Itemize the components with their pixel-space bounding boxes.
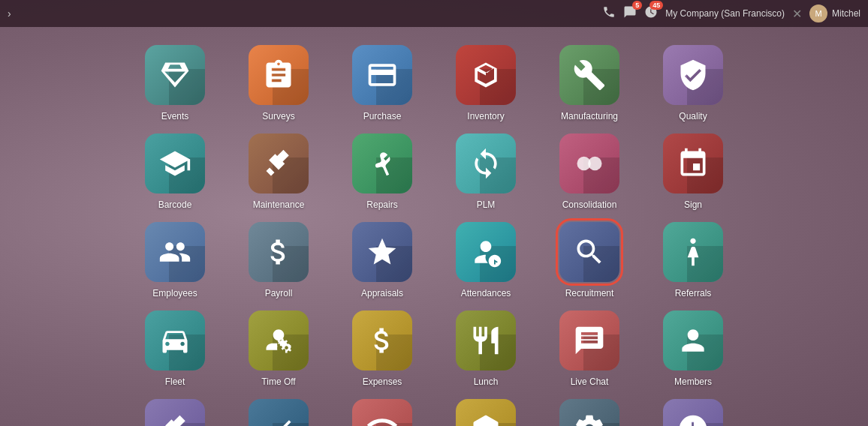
app-icon-inventory (456, 45, 516, 105)
app-icon-employees (145, 222, 205, 282)
app-label-inventory: Inventory (467, 111, 504, 122)
app-item-unknown3[interactable] (333, 396, 431, 426)
app-grid: EventsSurveysPurchaseInventoryManufactur… (45, 42, 823, 426)
clock-badge: 45 (649, 1, 663, 10)
topbar-right: 5 45 My Company (San Francisco) ✕ M Mitc… (602, 4, 860, 22)
app-label-maintenance: Maintenance (253, 200, 305, 210)
chat-badge: 5 (632, 1, 642, 10)
chat-icon[interactable]: 5 (623, 5, 637, 22)
phone-icon[interactable] (602, 5, 616, 22)
app-label-members: Members (674, 376, 712, 387)
app-item-attendances[interactable]: Attendances (437, 219, 535, 302)
app-icon-unknown2 (249, 399, 309, 426)
app-icon-manufacturing (559, 45, 619, 105)
app-item-repairs[interactable]: Repairs (333, 130, 431, 213)
app-icon-data-cleaning (145, 399, 205, 426)
app-item-payroll[interactable]: Payroll (230, 219, 327, 302)
app-icon-recruitment (559, 222, 619, 282)
app-item-unknown5[interactable] (541, 396, 638, 426)
app-label-surveys: Surveys (262, 111, 294, 122)
app-icon-expenses (352, 310, 412, 370)
app-icon-maintenance (249, 134, 309, 194)
app-item-events[interactable]: Events (126, 42, 224, 124)
app-icon-consolidation (559, 134, 619, 194)
app-item-plm[interactable]: PLM (437, 130, 535, 213)
app-icon-unknown3 (352, 399, 412, 426)
app-icon-surveys (249, 45, 309, 105)
app-item-unknown4[interactable] (437, 396, 535, 426)
app-icon-barcode (145, 134, 205, 194)
app-item-unknown6[interactable] (644, 396, 742, 426)
app-label-payroll: Payroll (265, 288, 293, 298)
app-label-appraisals: Appraisals (361, 288, 403, 298)
app-label-employees: Employees (152, 288, 197, 298)
app-item-employees[interactable]: Employees (126, 219, 224, 302)
app-label-referrals: Referrals (675, 288, 712, 298)
app-item-unknown2[interactable] (230, 396, 327, 426)
app-icon-unknown5 (559, 399, 619, 426)
app-label-sign: Sign (684, 200, 702, 210)
app-item-appraisals[interactable]: Appraisals (333, 219, 431, 302)
topbar: › 5 45 My Company (San Francisco) ✕ M Mi (0, 0, 868, 27)
app-item-time-off[interactable]: Time Off (230, 308, 327, 390)
app-icon-unknown4 (456, 399, 516, 426)
app-item-quality[interactable]: Quality (644, 42, 742, 124)
app-item-members[interactable]: Members (644, 308, 742, 390)
app-item-lunch[interactable]: Lunch (437, 308, 535, 390)
svg-point-1 (588, 157, 601, 170)
app-label-live-chat: Live Chat (571, 376, 609, 387)
nav-arrow[interactable]: › (8, 8, 11, 20)
app-item-maintenance[interactable]: Maintenance (230, 130, 327, 213)
app-label-events: Events (161, 111, 189, 122)
company-name[interactable]: My Company (San Francisco) (665, 8, 785, 19)
app-label-attendances: Attendances (461, 288, 511, 298)
app-icon-referrals (663, 222, 723, 282)
app-icon-repairs (352, 134, 412, 194)
main-content: EventsSurveysPurchaseInventoryManufactur… (0, 27, 868, 426)
app-icon-time-off (249, 310, 309, 370)
app-icon-quality (663, 45, 723, 105)
app-label-lunch: Lunch (474, 376, 499, 387)
topbar-divider: ✕ (792, 7, 802, 21)
app-item-fleet[interactable]: Fleet (126, 308, 224, 390)
app-icon-payroll (249, 222, 309, 282)
app-label-time-off: Time Off (261, 376, 295, 387)
app-item-live-chat[interactable]: Live Chat (541, 308, 638, 390)
app-item-recruitment[interactable]: Recruitment (541, 219, 638, 302)
app-icon-lunch (456, 310, 516, 370)
app-icon-appraisals (352, 222, 412, 282)
app-label-manufacturing: Manufacturing (561, 111, 618, 122)
app-label-repairs: Repairs (366, 200, 397, 210)
app-label-expenses: Expenses (363, 376, 402, 387)
app-icon-sign (663, 134, 723, 194)
app-label-barcode: Barcode (158, 200, 192, 210)
app-item-expenses[interactable]: Expenses (333, 308, 431, 390)
app-label-purchase: Purchase (363, 111, 402, 122)
app-icon-plm (456, 134, 516, 194)
user-menu[interactable]: M Mitchel (809, 4, 860, 22)
app-item-data-cleaning[interactable]: Data Cleaning (126, 396, 224, 426)
user-name: Mitchel (832, 8, 860, 19)
app-icon-fleet (145, 310, 205, 370)
clock-icon[interactable]: 45 (644, 5, 658, 22)
app-icon-live-chat (559, 310, 619, 370)
app-icon-attendances (456, 222, 516, 282)
app-icon-events (145, 45, 205, 105)
app-icon-members (663, 310, 723, 370)
app-item-consolidation[interactable]: Consolidation (541, 130, 638, 213)
app-item-referrals[interactable]: Referrals (644, 219, 742, 302)
app-item-manufacturing[interactable]: Manufacturing (541, 42, 638, 124)
app-label-consolidation: Consolidation (562, 200, 617, 210)
user-avatar: M (809, 4, 827, 22)
app-item-sign[interactable]: Sign (644, 130, 742, 213)
topbar-left: › (8, 8, 11, 20)
app-item-barcode[interactable]: Barcode (126, 130, 224, 213)
app-icon-unknown6 (663, 399, 723, 426)
app-label-fleet: Fleet (165, 376, 185, 387)
app-item-purchase[interactable]: Purchase (333, 42, 431, 124)
app-label-plm: PLM (477, 200, 496, 210)
app-item-inventory[interactable]: Inventory (437, 42, 535, 124)
app-label-quality: Quality (679, 111, 707, 122)
app-item-surveys[interactable]: Surveys (230, 42, 327, 124)
app-icon-purchase (352, 45, 412, 105)
